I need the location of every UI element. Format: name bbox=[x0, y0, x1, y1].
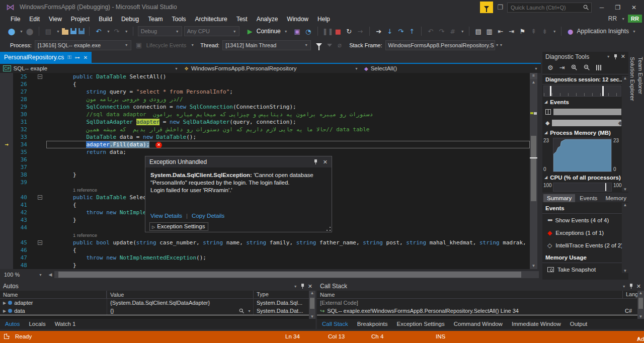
window-position-icon[interactable]: ▼ bbox=[622, 285, 626, 288]
quick-launch-input[interactable] bbox=[510, 4, 583, 11]
chevron-down-icon[interactable]: ▼ bbox=[125, 30, 128, 33]
column-header[interactable]: Type bbox=[254, 291, 315, 298]
stop-debugging-icon[interactable]: ■ bbox=[334, 28, 343, 35]
summary-item[interactable]: ◆Exceptions (1 of 1) bbox=[542, 226, 628, 239]
editor-vertical-scrollbar[interactable]: ≡ ▲ ▼ bbox=[530, 73, 537, 269]
avatar[interactable]: RR bbox=[628, 15, 642, 23]
chevron-down-icon[interactable]: ▼ bbox=[107, 30, 110, 33]
step-into-icon[interactable]: ↓ bbox=[385, 28, 394, 35]
summary-item[interactable]: ◇IntelliTrace Events (2 of 2) bbox=[542, 239, 628, 251]
pin-icon[interactable] bbox=[613, 54, 618, 59]
diagnostics-timeline[interactable] bbox=[543, 85, 621, 97]
menu-team[interactable]: Team bbox=[143, 15, 167, 24]
menu-file[interactable]: File bbox=[6, 15, 25, 24]
tab-autos[interactable]: Autos bbox=[1, 320, 24, 328]
tab-call-stack[interactable]: Call Stack bbox=[318, 320, 352, 328]
column-header[interactable]: Name bbox=[0, 291, 107, 298]
code-map-icon[interactable]: # bbox=[448, 28, 457, 35]
collapse-icon[interactable]: ◢ bbox=[544, 100, 547, 104]
close-icon[interactable]: ✕ bbox=[323, 159, 328, 165]
list-members-icon[interactable]: ▤ bbox=[474, 28, 483, 35]
fold-toggle-icon[interactable]: – bbox=[38, 74, 42, 79]
tab-summary[interactable]: Summary bbox=[543, 194, 575, 202]
copy-details-link[interactable]: Copy Details bbox=[192, 213, 224, 219]
filter-threads-icon[interactable] bbox=[316, 43, 322, 47]
take-snapshot-button[interactable]: Take Snapshot bbox=[542, 263, 628, 276]
indent-decrease-icon[interactable]: ⇤ bbox=[496, 28, 505, 35]
chevron-down-icon[interactable]: ▼ bbox=[56, 30, 60, 33]
indent-increase-icon[interactable]: ⇥ bbox=[507, 28, 516, 35]
fold-toggle-icon[interactable]: – bbox=[38, 240, 42, 245]
scroll-left-icon[interactable]: ◀ bbox=[46, 272, 54, 277]
menu-analyze[interactable]: Analyze bbox=[252, 15, 283, 24]
tab-locals[interactable]: Locals bbox=[25, 320, 49, 328]
restore-button[interactable]: ❐ bbox=[612, 4, 624, 11]
scroll-up-icon[interactable]: ▲ bbox=[530, 79, 537, 85]
next-statement-icon[interactable]: → bbox=[356, 28, 365, 35]
prev-bookmark-icon[interactable]: ⇞ bbox=[529, 28, 538, 35]
tab-watch-1[interactable]: Watch 1 bbox=[51, 320, 80, 328]
diag-scrollbar-upper[interactable]: ▲▼ bbox=[622, 76, 628, 192]
send-feedback-icon[interactable]: ❐ bbox=[497, 4, 503, 11]
autos-scrollbar[interactable]: ▲▼ bbox=[309, 291, 315, 319]
pin-icon[interactable]: ⊶ bbox=[75, 55, 80, 60]
tab-personalrepository[interactable]: PersonalRepository.cs ⚿ ⊶ ✕ bbox=[0, 52, 92, 63]
application-insights-button[interactable]: Application Insights bbox=[577, 28, 629, 35]
minimize-button[interactable]: ─ bbox=[596, 4, 608, 11]
resize-grip[interactable] bbox=[327, 227, 331, 231]
close-icon[interactable]: ✕ bbox=[636, 283, 641, 290]
solution-configuration-dropdown[interactable]: Debug▼ bbox=[138, 26, 182, 36]
settings-gear-icon[interactable]: ⚙ bbox=[547, 64, 553, 71]
scrollbar-thumb[interactable] bbox=[58, 272, 521, 278]
show-next-statement-icon[interactable]: ➔ bbox=[374, 28, 383, 35]
solution-platform-dropdown[interactable]: Any CPU▼ bbox=[184, 26, 239, 36]
parameter-info-icon[interactable]: ▥ bbox=[485, 28, 494, 35]
undo-icon[interactable]: ↶ bbox=[94, 28, 103, 35]
navigate-forward-icon[interactable]: ⬤ bbox=[25, 28, 34, 35]
zoom-in-icon[interactable] bbox=[571, 64, 578, 71]
autos-row[interactable]: ▶adapter{System.Data.SqlClient.SqlDataAd… bbox=[0, 299, 315, 307]
toolbar-overflow-icon[interactable]: ▼ bbox=[500, 43, 503, 47]
menu-build[interactable]: Build bbox=[94, 15, 117, 24]
class-dropdown[interactable]: ❖ WindowsFormsApp8.PersonalRepository▼ bbox=[181, 64, 361, 73]
call-stack-frame[interactable]: [External Code] bbox=[317, 299, 644, 307]
scrollbar-thumb[interactable] bbox=[531, 136, 536, 201]
chevron-down-icon[interactable]: ▼ bbox=[284, 30, 288, 33]
continue-play-icon[interactable]: ▶ bbox=[246, 28, 255, 35]
chevron-down-icon[interactable]: ▼ bbox=[248, 309, 251, 313]
save-all-icon[interactable] bbox=[78, 28, 85, 34]
tab-exception-settings[interactable]: Exception Settings bbox=[393, 320, 449, 328]
sidetab-team-explorer[interactable]: Team Explorer bbox=[637, 55, 644, 280]
chevron-down-icon[interactable]: ▼ bbox=[461, 30, 464, 33]
editor-zoom-dropdown[interactable]: 100 %▼ bbox=[0, 270, 46, 280]
window-position-icon[interactable]: ▼ bbox=[607, 55, 610, 58]
feedback-filter-button[interactable] bbox=[480, 2, 493, 13]
tab-memory[interactable]: Memory bbox=[602, 194, 628, 202]
menu-edit[interactable]: Edit bbox=[25, 15, 44, 24]
magnifier-icon[interactable] bbox=[239, 308, 245, 314]
intellitrace-icon[interactable]: ▣ bbox=[293, 28, 302, 35]
editor-horizontal-scrollbar[interactable] bbox=[54, 271, 539, 278]
column-header[interactable]: Name bbox=[317, 291, 623, 298]
next-bookmark-icon[interactable]: ⇟ bbox=[540, 28, 549, 35]
column-header[interactable]: Value bbox=[107, 291, 254, 298]
tab-events[interactable]: Events bbox=[576, 194, 601, 202]
collapse-icon[interactable]: ◢ bbox=[544, 175, 547, 180]
lifecycle-events-button[interactable]: Lifecycle Events bbox=[146, 42, 186, 48]
pause-icon[interactable]: ❚❚ bbox=[323, 28, 332, 35]
view-details-link[interactable]: View Details bbox=[150, 213, 182, 219]
continue-button[interactable]: Continue bbox=[257, 28, 281, 35]
codelens-references[interactable]: 1 reference bbox=[46, 232, 97, 238]
process-dropdown[interactable]: [13616] SQL-- exaple.exe▼ bbox=[35, 40, 131, 50]
exception-settings-expander[interactable]: ▷Exception Settings bbox=[149, 222, 208, 231]
step-over-icon[interactable]: ↷ bbox=[396, 28, 406, 35]
chart-icon[interactable] bbox=[596, 65, 602, 70]
chevron-down-icon[interactable]: ▼ bbox=[20, 30, 23, 33]
zoom-out-icon[interactable] bbox=[584, 64, 590, 71]
save-icon[interactable] bbox=[70, 28, 76, 34]
restart-icon[interactable]: ↻ bbox=[345, 28, 354, 35]
navigate-back-icon[interactable]: ⬤ bbox=[7, 28, 16, 35]
menu-test[interactable]: Test bbox=[232, 15, 252, 24]
expander-icon[interactable]: ▶ bbox=[3, 309, 6, 313]
pin-icon[interactable] bbox=[313, 159, 318, 164]
